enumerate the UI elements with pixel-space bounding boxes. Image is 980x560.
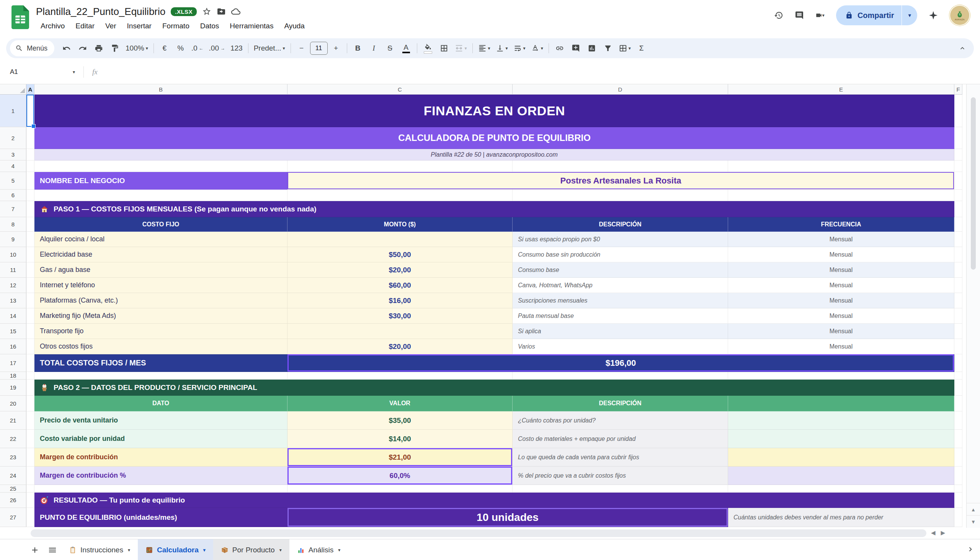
cell-F18[interactable] (954, 372, 962, 380)
bold-button[interactable]: B (350, 41, 365, 56)
row-header-16[interactable]: 16 (0, 339, 27, 354)
cell-A17[interactable] (27, 354, 35, 372)
menus-search-button[interactable]: Menús (10, 40, 54, 56)
cell-resultado-desc[interactable]: Cuántas unidades debes vender al mes par… (728, 508, 954, 527)
column-header-C[interactable]: C (287, 84, 513, 95)
cell-banner-finanzas[interactable]: FINANZAS EN ORDEN (35, 95, 954, 127)
cell-punto-equilibrio-value[interactable]: 10 unidades (287, 508, 728, 527)
cell-F17[interactable] (954, 354, 962, 372)
cell-E18[interactable] (728, 372, 954, 380)
header-empty[interactable] (728, 396, 954, 412)
cell-monto[interactable]: $30,00 (287, 308, 513, 324)
cell-descripcion[interactable]: Consumo base (513, 262, 728, 278)
scroll-right-button[interactable]: ▶ (941, 529, 945, 536)
menu-archivo[interactable]: Archivo (36, 21, 69, 32)
cell-total-label[interactable]: TOTAL COSTOS FIJOS / MES (35, 354, 287, 372)
row-header-8[interactable]: 8 (0, 217, 27, 232)
cell-resultado-title[interactable]: RESULTADO — Tu punto de equilibrio (35, 493, 954, 508)
cell-D6[interactable] (513, 190, 728, 201)
cell-descripcion[interactable]: Consumo base sin producción (513, 247, 728, 262)
cell-frecuencia[interactable]: Mensual (728, 278, 954, 293)
cell-D4[interactable] (513, 160, 728, 172)
row-header-11[interactable]: 11 (0, 262, 27, 278)
cell-A22[interactable] (27, 430, 35, 448)
gemini-sparkle-icon[interactable] (929, 11, 938, 20)
version-history-icon[interactable] (774, 11, 783, 20)
cell-nombre-negocio-label[interactable]: NOMBRE DEL NEGOCIO (35, 172, 287, 190)
cell-F5[interactable] (954, 172, 962, 190)
cell-F13[interactable] (954, 293, 962, 308)
scroll-down-button[interactable]: ▼ (967, 515, 980, 528)
cell-D25[interactable] (513, 485, 728, 493)
comments-icon[interactable] (795, 11, 804, 20)
scroll-up-button[interactable]: ▲ (967, 503, 980, 515)
row-header-7[interactable]: 7 (0, 201, 27, 217)
header-descripcion-2[interactable]: DESCRIPCIÓN (513, 396, 728, 412)
cell-E24[interactable] (728, 467, 954, 485)
header-monto[interactable]: MONTO ($) (287, 217, 513, 232)
insert-chart-button[interactable] (584, 41, 600, 56)
cell-A23[interactable] (27, 448, 35, 467)
cell-descripcion[interactable]: Si usas espacio propio pon $0 (513, 232, 728, 247)
collapse-toolbar-button[interactable] (955, 41, 970, 56)
cell-frecuencia[interactable]: Mensual (728, 247, 954, 262)
cell-F25[interactable] (954, 485, 962, 493)
cell-A14[interactable] (27, 308, 35, 324)
cell-monto[interactable]: $20,00 (287, 339, 513, 354)
cell-F8[interactable] (954, 217, 962, 232)
cell-A6[interactable] (27, 190, 35, 201)
cell-E25[interactable] (728, 485, 954, 493)
decrease-font-button[interactable]: − (294, 41, 309, 56)
cell-F2[interactable] (954, 127, 962, 149)
row-header-18[interactable]: 18 (0, 372, 27, 380)
cell-F15[interactable] (954, 324, 962, 339)
select-all-corner[interactable] (0, 84, 27, 95)
cell-F24[interactable] (954, 467, 962, 485)
cell-A26[interactable] (27, 493, 35, 508)
row-header-9[interactable]: 9 (0, 232, 27, 247)
cell-C4[interactable] (287, 160, 513, 172)
cell-margen-label[interactable]: Margen de contribución (35, 448, 287, 467)
cell-B18[interactable] (35, 372, 287, 380)
cell-A5[interactable] (27, 172, 35, 190)
cell-A3[interactable] (27, 149, 35, 160)
cell-E6[interactable] (728, 190, 954, 201)
cell-paso1-title[interactable]: PASO 1 — COSTOS FIJOS MENSUALES (Se paga… (35, 201, 954, 217)
cell-A19[interactable] (27, 380, 35, 396)
insert-link-button[interactable] (552, 41, 567, 56)
cell-descripcion[interactable]: Lo que queda de cada venta para cubrir f… (513, 448, 728, 467)
cell-descripcion[interactable]: Si aplica (513, 324, 728, 339)
cell-F21[interactable] (954, 412, 962, 430)
row-header-19[interactable]: 19 (0, 380, 27, 396)
cell-valor[interactable]: $14,00 (287, 430, 513, 448)
cell-A1-selected[interactable] (27, 95, 35, 127)
menu-ayuda[interactable]: Ayuda (279, 21, 309, 32)
cell-banner-calculadora[interactable]: CALCULADORA DE PUNTO DE EQUILIBRIO (35, 127, 954, 149)
redo-button[interactable] (75, 41, 90, 56)
cell-F27[interactable] (954, 508, 962, 527)
cell-margen-pct-valor[interactable]: 60,0% (287, 467, 513, 485)
cell-F20[interactable] (954, 396, 962, 412)
vertical-scrollbar-thumb[interactable] (971, 97, 976, 270)
cell-A13[interactable] (27, 293, 35, 308)
cell-B25[interactable] (35, 485, 287, 493)
cell-dato-label[interactable]: Precio de venta unitario (35, 412, 287, 430)
cell-E23[interactable] (728, 448, 954, 467)
row-header-10[interactable]: 10 (0, 247, 27, 262)
menu-editar[interactable]: Editar (71, 21, 99, 32)
row-header-23[interactable]: 23 (0, 448, 27, 467)
share-button[interactable]: Compartir ▾ (836, 5, 917, 25)
cell-A8[interactable] (27, 217, 35, 232)
cell-E21[interactable] (728, 412, 954, 430)
cell-F14[interactable] (954, 308, 962, 324)
star-icon[interactable] (202, 7, 211, 16)
borders-button[interactable] (437, 41, 452, 56)
cloud-saved-icon[interactable] (231, 7, 241, 16)
cell-A18[interactable] (27, 372, 35, 380)
tables-button[interactable]: ▾ (616, 41, 633, 56)
scroll-tabs-right-button[interactable] (966, 545, 975, 555)
cell-F26[interactable] (954, 493, 962, 508)
cell-costo-label[interactable]: Marketing fijo (Meta Ads) (35, 308, 287, 324)
cell-costo-label[interactable]: Gas / agua base (35, 262, 287, 278)
cell-E22[interactable] (728, 430, 954, 448)
